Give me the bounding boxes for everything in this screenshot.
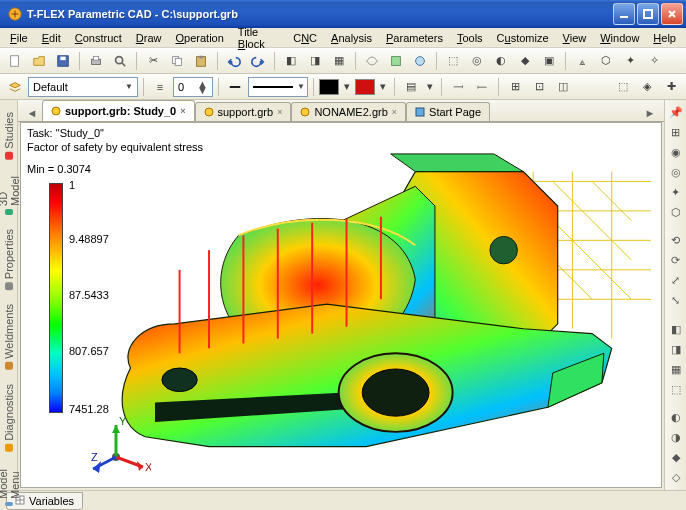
menu-bar: File Edit Construct Draw Operation Title… <box>0 28 686 48</box>
misc-5-button[interactable]: ▣ <box>538 50 560 72</box>
menu-customize[interactable]: Customize <box>491 30 555 46</box>
misc-13-button[interactable]: ⬚ <box>612 76 634 98</box>
minimize-button[interactable] <box>613 3 635 25</box>
menu-window[interactable]: Window <box>594 30 645 46</box>
rt-11-button[interactable]: ◨ <box>667 341 685 358</box>
redo-button[interactable] <box>247 50 269 72</box>
misc-14-button[interactable]: ◈ <box>636 76 658 98</box>
shade-button[interactable] <box>409 50 431 72</box>
rt-8-button[interactable]: ⤢ <box>667 272 685 289</box>
tab-nav-right[interactable]: ► <box>642 105 658 121</box>
fea-model-render <box>101 151 651 477</box>
menu-construct[interactable]: Construct <box>69 30 128 46</box>
color-swatch-black[interactable] <box>319 79 339 95</box>
linetype-combo[interactable]: ▼ <box>248 77 308 97</box>
menu-edit[interactable]: Edit <box>36 30 67 46</box>
weight-spinner[interactable]: 0 ▲▼ <box>173 77 213 97</box>
hatch-button[interactable]: ▤ <box>400 76 422 98</box>
doc-tab-study[interactable]: support.grb: Study_0 × <box>42 100 195 121</box>
misc-12-button[interactable]: ◫ <box>552 76 574 98</box>
save-button[interactable] <box>52 50 74 72</box>
menu-file[interactable]: File <box>4 30 34 46</box>
misc-15-button[interactable]: ✚ <box>660 76 682 98</box>
linetype-button[interactable] <box>224 76 246 98</box>
tab-close-icon[interactable]: × <box>277 107 282 117</box>
maximize-button[interactable] <box>637 3 659 25</box>
rt-1-button[interactable]: ⊞ <box>667 124 685 141</box>
close-button[interactable] <box>661 3 683 25</box>
rt-3-button[interactable]: ◎ <box>667 164 685 181</box>
mesh-button[interactable] <box>361 50 383 72</box>
toggle-b-button[interactable]: ◨ <box>304 50 326 72</box>
doc-tab-startpage[interactable]: Start Page <box>406 102 490 121</box>
misc-8-button[interactable]: ✦ <box>619 50 641 72</box>
color-black-dropdown[interactable]: ▾ <box>341 76 353 98</box>
copy-button[interactable] <box>166 50 188 72</box>
lineweight-icon[interactable]: ≡ <box>149 76 171 98</box>
misc-1-button[interactable]: ⬚ <box>442 50 464 72</box>
rt-15-button[interactable]: ◑ <box>667 429 685 446</box>
rt-6-button[interactable]: ⟲ <box>667 232 685 249</box>
menu-cnc[interactable]: CNC <box>287 30 323 46</box>
left-tab-weldments[interactable]: Weldments <box>1 298 17 376</box>
paste-button[interactable] <box>190 50 212 72</box>
menu-help[interactable]: Help <box>647 30 682 46</box>
pushpin-icon[interactable]: 📌 <box>667 104 685 121</box>
misc-2-button[interactable]: ◎ <box>466 50 488 72</box>
misc-3-button[interactable]: ◐ <box>490 50 512 72</box>
axis-z-label: Z <box>91 451 98 463</box>
menu-draw[interactable]: Draw <box>130 30 168 46</box>
layer-combo-value: Default <box>33 81 68 93</box>
rt-2-button[interactable]: ◉ <box>667 144 685 161</box>
rt-10-button[interactable]: ◧ <box>667 321 685 338</box>
endcap-b-button[interactable]: ⟝ <box>471 76 493 98</box>
preview-button[interactable] <box>109 50 131 72</box>
menu-parameters[interactable]: Parameters <box>380 30 449 46</box>
rt-16-button[interactable]: ◆ <box>667 449 685 466</box>
print-button[interactable] <box>85 50 107 72</box>
toggle-a-button[interactable]: ◧ <box>280 50 302 72</box>
menu-titleblock[interactable]: Title Block <box>232 24 285 52</box>
toggle-c-button[interactable]: ▦ <box>328 50 350 72</box>
color-swatch-red[interactable] <box>355 79 375 95</box>
doc-tab-noname[interactable]: NONAME2.grb × <box>291 102 406 121</box>
misc-4-button[interactable]: ◆ <box>514 50 536 72</box>
tab-close-icon[interactable]: × <box>392 107 397 117</box>
new-button[interactable] <box>4 50 26 72</box>
render-button[interactable] <box>385 50 407 72</box>
misc-9-button[interactable]: ✧ <box>643 50 665 72</box>
rt-14-button[interactable]: ◐ <box>667 409 685 426</box>
undo-button[interactable] <box>223 50 245 72</box>
cut-button[interactable]: ✂ <box>142 50 164 72</box>
hatch-dropdown[interactable]: ▾ <box>424 76 436 98</box>
menu-view[interactable]: View <box>557 30 593 46</box>
rt-17-button[interactable]: ◇ <box>667 469 685 486</box>
legend-gradient <box>49 183 63 413</box>
left-tab-properties[interactable]: Properties <box>1 223 17 296</box>
misc-7-button[interactable]: ⬡ <box>595 50 617 72</box>
menu-operation[interactable]: Operation <box>170 30 230 46</box>
left-tab-diagnostics[interactable]: Diagnostics <box>1 378 17 458</box>
rt-13-button[interactable]: ⬚ <box>667 381 685 398</box>
color-red-dropdown[interactable]: ▾ <box>377 76 389 98</box>
menu-analysis[interactable]: Analysis <box>325 30 378 46</box>
endcap-a-button[interactable]: ⟞ <box>447 76 469 98</box>
tab-nav-left[interactable]: ◄ <box>24 105 40 121</box>
rt-5-button[interactable]: ⬡ <box>667 204 685 221</box>
viewport-canvas[interactable]: Task: "Study_0" Factor of safety by equi… <box>20 122 662 488</box>
menu-tools[interactable]: Tools <box>451 30 489 46</box>
left-tab-studies[interactable]: Studies <box>1 106 17 166</box>
layer-combo[interactable]: Default ▼ <box>28 77 138 97</box>
doc-tab-support[interactable]: support.grb × <box>195 102 292 121</box>
rt-4-button[interactable]: ✦ <box>667 184 685 201</box>
misc-10-button[interactable]: ⊞ <box>504 76 526 98</box>
misc-6-button[interactable]: ⟁ <box>571 50 593 72</box>
rt-9-button[interactable]: ⤡ <box>667 292 685 309</box>
tab-close-icon[interactable]: × <box>180 106 185 116</box>
rt-7-button[interactable]: ⟳ <box>667 252 685 269</box>
layer-icon[interactable] <box>4 76 26 98</box>
misc-11-button[interactable]: ⊡ <box>528 76 550 98</box>
open-button[interactable] <box>28 50 50 72</box>
svg-point-20 <box>490 236 518 264</box>
rt-12-button[interactable]: ▦ <box>667 361 685 378</box>
